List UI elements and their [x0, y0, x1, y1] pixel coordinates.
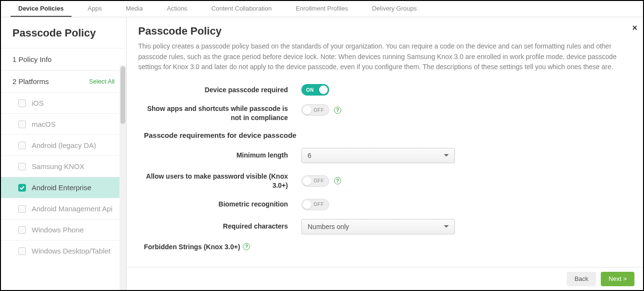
forbidden-strings-section: Forbidden Strings (Knox 3.0+) ?	[138, 243, 626, 251]
label-required-characters: Required characters	[138, 222, 301, 231]
checkbox-icon	[18, 247, 26, 255]
platform-label: Android Management Api	[32, 205, 112, 213]
sidebar-scrollbar[interactable]	[119, 65, 126, 290]
sidebar: Passcode Policy 1 Policy Info 2 Platform…	[1, 17, 127, 290]
sidebar-title: Passcode Policy	[1, 17, 126, 48]
platform-samsung-knox[interactable]: Samsung KNOX	[1, 156, 126, 177]
footer-bar: Back Next >	[127, 267, 643, 290]
tab-device-policies[interactable]: Device Policies	[11, 1, 72, 17]
tab-apps[interactable]: Apps	[80, 1, 110, 17]
platform-android-legacy[interactable]: Android (legacy DA)	[1, 134, 126, 156]
toggle-state: ON	[306, 87, 314, 93]
checkbox-icon	[18, 99, 26, 107]
checkbox-icon	[18, 226, 26, 234]
checkbox-icon	[18, 121, 26, 128]
page-description: This policy creates a passcode policy ba…	[138, 41, 618, 73]
platform-ios[interactable]: iOS	[1, 92, 126, 113]
tab-content-collaboration[interactable]: Content Collaboration	[203, 1, 279, 17]
scrollbar-thumb[interactable]	[120, 66, 125, 124]
help-icon[interactable]: ?	[243, 243, 250, 250]
checkbox-icon	[18, 184, 26, 192]
step-platforms[interactable]: 2 Platforms Select All	[1, 70, 126, 92]
chevron-down-icon	[444, 225, 449, 228]
toggle-device-passcode-required[interactable]: ON	[301, 84, 329, 96]
select-required-characters[interactable]: Numbers only	[301, 219, 455, 234]
toggle-knob	[303, 177, 311, 185]
platform-label: iOS	[32, 99, 44, 107]
help-icon[interactable]: ?	[334, 177, 341, 184]
back-button[interactable]: Back	[567, 272, 596, 286]
toggle-show-apps-shortcuts[interactable]: OFF	[301, 104, 329, 116]
step-policy-info[interactable]: 1 Policy Info	[1, 48, 126, 70]
platform-windows-phone[interactable]: Windows Phone	[1, 219, 126, 240]
platform-label: Windows Desktop/Tablet	[32, 247, 110, 255]
tab-actions[interactable]: Actions	[159, 1, 195, 17]
toggle-state: OFF	[314, 108, 324, 113]
select-value: 6	[308, 152, 311, 159]
platform-macos[interactable]: macOS	[1, 113, 126, 134]
platform-windows-desktop[interactable]: Windows Desktop/Tablet	[1, 240, 126, 261]
toggle-knob	[319, 85, 328, 94]
tab-enrollment-profiles[interactable]: Enrollment Profiles	[288, 1, 356, 17]
forbidden-strings-label: Forbidden Strings (Knox 3.0+)	[144, 243, 240, 251]
step-label: 2 Platforms	[12, 77, 49, 85]
toggle-knob	[303, 106, 311, 114]
select-value: Numbers only	[308, 223, 349, 230]
tab-delivery-groups[interactable]: Delivery Groups	[364, 1, 424, 17]
section-passcode-requirements: Passcode requirements for device passcod…	[138, 131, 626, 139]
platform-label: macOS	[32, 120, 56, 128]
top-tabs: Device Policies Apps Media Actions Conte…	[1, 1, 643, 17]
label-allow-password-visible: Allow users to make password visible (Kn…	[138, 172, 301, 190]
toggle-biometric[interactable]: OFF	[301, 199, 329, 210]
platform-label: Samsung KNOX	[32, 162, 84, 170]
toggle-allow-password-visible[interactable]: OFF	[301, 175, 329, 187]
next-button[interactable]: Next >	[601, 272, 634, 286]
label-biometric: Biometric recognition	[138, 200, 301, 209]
checkbox-icon	[18, 142, 26, 149]
toggle-state: OFF	[314, 202, 324, 207]
checkbox-icon	[18, 205, 26, 213]
toggle-state: OFF	[314, 178, 324, 183]
page-title: Passcode Policy	[138, 25, 626, 37]
toggle-knob	[303, 200, 311, 209]
tab-media[interactable]: Media	[118, 1, 150, 17]
platform-android-enterprise[interactable]: Android Enterprise	[1, 177, 126, 198]
label-minimum-length: Minimum length	[138, 151, 301, 160]
main-panel: × Passcode Policy This policy creates a …	[127, 17, 643, 290]
step-label: 1 Policy Info	[12, 55, 52, 63]
checkbox-icon	[18, 163, 26, 170]
help-icon[interactable]: ?	[334, 107, 341, 114]
platform-android-management-api[interactable]: Android Management Api	[1, 198, 126, 219]
platform-label: Android (legacy DA)	[32, 141, 96, 149]
platform-label: Windows Phone	[32, 226, 83, 234]
close-icon[interactable]: ×	[632, 23, 637, 33]
label-show-apps-shortcuts: Show apps and shortcuts while passcode i…	[138, 104, 301, 122]
chevron-down-icon	[444, 154, 449, 157]
platform-label: Android Enterprise	[32, 183, 91, 192]
select-all-link[interactable]: Select All	[89, 78, 115, 85]
select-minimum-length[interactable]: 6	[301, 148, 455, 163]
label-device-passcode-required: Device passcode required	[138, 85, 301, 95]
